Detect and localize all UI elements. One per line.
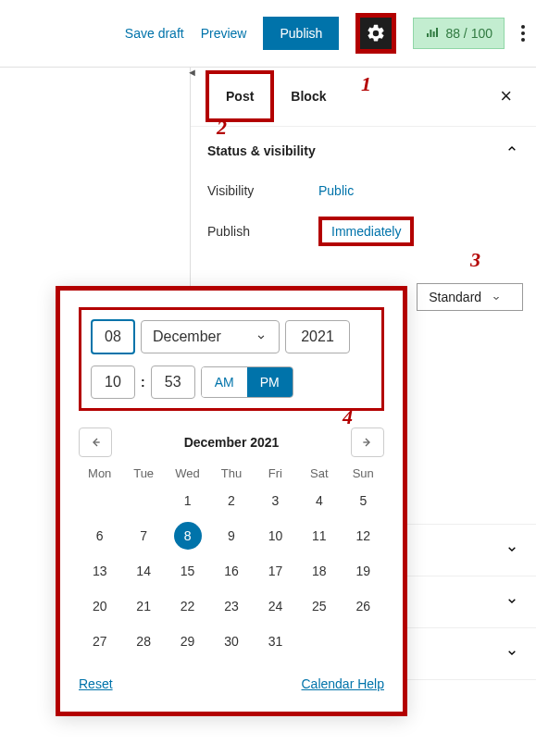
calendar-day[interactable]: 19 (343, 556, 384, 586)
tab-post[interactable]: Post (209, 74, 270, 118)
arrow-left-icon (88, 435, 103, 450)
seo-score-badge[interactable]: 88 / 100 (413, 18, 505, 49)
chevron-down-icon (491, 292, 502, 304)
calendar-day[interactable]: 22 (167, 591, 208, 621)
chevron-down-icon (505, 593, 519, 611)
chevron-down-icon (255, 330, 268, 343)
calendar-day[interactable]: 4 (298, 486, 340, 515)
month-value: December (153, 328, 221, 345)
annotation-4: 4 (343, 405, 353, 429)
publish-button[interactable]: Publish (263, 17, 339, 50)
signal-icon (425, 26, 440, 41)
calendar-day[interactable]: 13 (79, 556, 120, 586)
format-value: Standard (429, 290, 481, 304)
weekday-header: Fri (255, 466, 296, 480)
minute-input[interactable]: 53 (151, 366, 195, 399)
calendar-day[interactable]: 29 (167, 626, 208, 656)
chevron-up-icon (505, 142, 519, 159)
status-section-header[interactable]: Status & visibility (191, 127, 536, 174)
next-month-button[interactable] (351, 428, 384, 457)
month-select[interactable]: December (141, 320, 280, 353)
calendar-day[interactable]: 23 (210, 591, 252, 621)
calendar-day[interactable]: 6 (79, 521, 120, 551)
tab-block[interactable]: Block (274, 74, 343, 118)
visibility-value[interactable]: Public (318, 183, 354, 198)
calendar-day[interactable]: 25 (298, 591, 340, 621)
calendar-day[interactable]: 3 (255, 486, 296, 515)
hour-input[interactable]: 10 (91, 366, 135, 399)
save-draft-link[interactable]: Save draft (125, 26, 184, 41)
calendar-day[interactable]: 9 (210, 521, 252, 551)
calendar-day[interactable]: 7 (122, 521, 164, 551)
publish-value[interactable]: Immediately (331, 224, 401, 239)
calendar-nav: December 2021 (79, 428, 384, 457)
visibility-label: Visibility (207, 183, 318, 198)
calendar-day[interactable]: 12 (343, 521, 384, 551)
calendar-day[interactable]: 27 (79, 626, 120, 656)
status-section: Status & visibility Visibility Public Pu… (191, 126, 536, 272)
calendar-day[interactable]: 30 (210, 626, 252, 656)
calendar-day[interactable]: 24 (255, 591, 296, 621)
pm-option[interactable]: PM (247, 367, 293, 397)
calendar-day[interactable]: 28 (122, 626, 164, 656)
am-option[interactable]: AM (202, 367, 247, 397)
calendar-help-link[interactable]: Calendar Help (302, 676, 385, 691)
prev-month-button[interactable] (79, 428, 112, 457)
weekday-header: Sun (343, 466, 384, 480)
year-input[interactable]: 2021 (285, 320, 350, 353)
calendar-day[interactable]: 16 (210, 556, 252, 586)
calendar-day[interactable]: 15 (167, 556, 208, 586)
calendar-day[interactable]: 2 (210, 486, 252, 515)
datepicker-footer: Reset Calendar Help (79, 676, 384, 691)
date-picker-popover: 08 December 2021 10 : 53 AM PM December … (56, 286, 407, 716)
time-colon: : (141, 375, 145, 390)
chevron-down-icon (505, 645, 519, 663)
calendar-grid: MonTueWedThuFriSatSun1234567891011121314… (79, 466, 384, 656)
annotation-2: 2 (217, 116, 227, 140)
gear-icon (366, 23, 386, 43)
calendar-day (298, 626, 340, 656)
calendar-day (343, 626, 384, 656)
chevron-down-icon (505, 541, 519, 559)
weekday-header: Sat (298, 466, 340, 480)
calendar-day[interactable]: 17 (255, 556, 296, 586)
calendar-day[interactable]: 14 (122, 556, 164, 586)
calendar-day[interactable]: 21 (122, 591, 164, 621)
day-input[interactable]: 08 (91, 319, 135, 354)
publish-value-highlight: Immediately (318, 217, 414, 246)
settings-button[interactable] (355, 13, 396, 54)
top-toolbar: Save draft Preview Publish 88 / 100 (0, 0, 536, 68)
reset-link[interactable]: Reset (79, 676, 113, 691)
post-format-select[interactable]: Standard (417, 283, 523, 311)
score-value: 88 / 100 (445, 26, 492, 41)
am-pm-toggle[interactable]: AM PM (201, 366, 293, 398)
weekday-header: Thu (210, 466, 252, 480)
datetime-inputs-highlight: 08 December 2021 10 : 53 AM PM (79, 307, 384, 411)
visibility-row: Visibility Public (207, 174, 519, 207)
annotation-3: 3 (470, 248, 480, 272)
more-options-button[interactable] (521, 25, 525, 42)
weekday-header: Mon (79, 466, 120, 480)
calendar-day[interactable]: 10 (255, 521, 296, 551)
calendar-day[interactable]: 5 (343, 486, 384, 515)
calendar-day[interactable]: 18 (298, 556, 340, 586)
calendar-day[interactable]: 31 (255, 626, 296, 656)
arrow-right-icon (360, 435, 375, 450)
calendar-day[interactable]: 1 (167, 486, 208, 515)
weekday-header: Tue (122, 466, 164, 480)
close-panel-button[interactable]: × (491, 84, 521, 108)
calendar-day (79, 486, 120, 515)
calendar-day[interactable]: 26 (343, 591, 384, 621)
calendar-day (122, 486, 164, 515)
annotation-1: 1 (361, 72, 371, 96)
publish-label: Publish (207, 224, 318, 239)
weekday-header: Wed (167, 466, 208, 480)
status-title: Status & visibility (207, 143, 316, 158)
calendar-day[interactable]: 8 (167, 521, 208, 551)
calendar-title: December 2021 (184, 435, 280, 450)
preview-link[interactable]: Preview (201, 26, 247, 41)
tab-post-highlight: Post (206, 70, 274, 122)
calendar-day[interactable]: 11 (298, 521, 340, 551)
calendar-day[interactable]: 20 (79, 591, 120, 621)
